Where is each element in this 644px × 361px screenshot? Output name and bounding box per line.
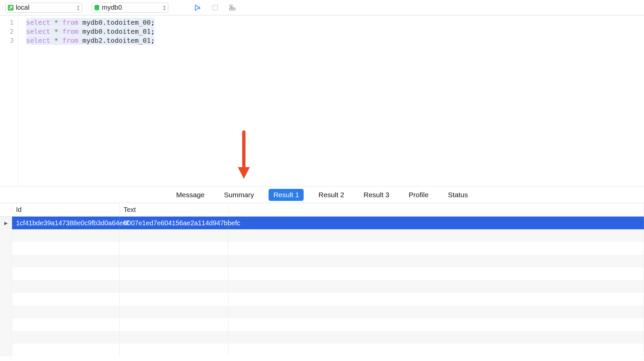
- table-row[interactable]: ▶ 1cf41bde39a147388e0c9fb3d0a64e6f 8007e…: [0, 217, 644, 229]
- code-line: select * from mydb0.todoitem_01;: [26, 27, 155, 36]
- table-row-empty: [0, 293, 644, 306]
- table-row-empty: [0, 229, 644, 242]
- toolbar: local ▴▾ mydb0 ▴▾: [0, 0, 644, 15]
- line-number: 1: [0, 18, 14, 27]
- tab-result-1[interactable]: Result 1: [269, 189, 304, 201]
- table-row-empty: [0, 255, 644, 267]
- stop-button[interactable]: [211, 4, 219, 12]
- table-row-empty: [0, 306, 644, 318]
- tab-result-2[interactable]: Result 2: [314, 189, 349, 201]
- table-row-empty: [0, 331, 644, 344]
- code-line: select * from mydb2.todoitem_01;: [26, 36, 155, 45]
- grid-header: Id Text: [0, 203, 644, 217]
- connection-label: local: [16, 4, 75, 11]
- svg-rect-4: [233, 8, 235, 10]
- column-header-spacer: [228, 203, 644, 216]
- column-header-text[interactable]: Text: [120, 203, 228, 216]
- cell-text[interactable]: 8007e1ed7e604156ae2a114d947bbefc: [120, 217, 228, 229]
- tab-status[interactable]: Status: [443, 189, 473, 201]
- table-row-empty: [0, 267, 644, 280]
- line-number: 2: [0, 27, 14, 36]
- table-row-empty: [0, 280, 644, 293]
- cell-id[interactable]: 1cf41bde39a147388e0c9fb3d0a64e6f: [12, 217, 120, 229]
- row-handle-header: [0, 203, 12, 216]
- run-at-cursor-button[interactable]: [194, 4, 202, 12]
- connection-icon: [8, 5, 14, 11]
- editor-content[interactable]: select * from mydb0.todoitem_00; select …: [18, 15, 155, 186]
- tab-profile[interactable]: Profile: [404, 189, 434, 201]
- chevron-updown-icon: ▴▾: [163, 4, 165, 11]
- row-handle[interactable]: ▶: [0, 217, 12, 229]
- result-grid: Id Text ▶ 1cf41bde39a147388e0c9fb3d0a64e…: [0, 203, 644, 356]
- column-header-id[interactable]: Id: [12, 203, 120, 216]
- table-row-empty: [0, 344, 644, 356]
- database-label: mydb0: [102, 4, 161, 11]
- table-row-empty: [0, 242, 644, 255]
- cell-spacer: [228, 217, 644, 229]
- database-icon: [94, 5, 100, 11]
- tab-summary[interactable]: Summary: [219, 189, 259, 201]
- database-selector[interactable]: mydb0 ▴▾: [92, 3, 168, 13]
- line-number: 3: [0, 36, 14, 45]
- sql-editor[interactable]: 1 2 3 select * from mydb0.todoitem_00; s…: [0, 15, 644, 187]
- connection-selector[interactable]: local ▴▾: [5, 3, 82, 13]
- result-tabs: Message Summary Result 1 Result 2 Result…: [0, 187, 644, 203]
- tab-result-3[interactable]: Result 3: [359, 189, 394, 201]
- svg-rect-5: [229, 8, 232, 10]
- chevron-updown-icon: ▴▾: [77, 4, 79, 11]
- svg-rect-3: [230, 5, 232, 7]
- editor-gutter: 1 2 3: [0, 15, 18, 186]
- explain-plan-button[interactable]: [228, 4, 236, 12]
- table-row-empty: [0, 318, 644, 331]
- code-line: select * from mydb0.todoitem_00;: [26, 18, 155, 27]
- tab-message[interactable]: Message: [171, 189, 209, 201]
